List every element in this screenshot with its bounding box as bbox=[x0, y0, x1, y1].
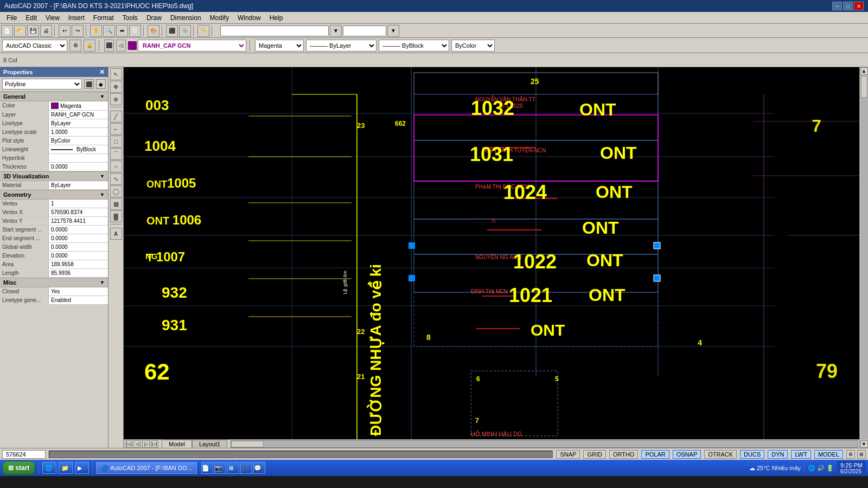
prop-vertex-y-value[interactable]: 1217578.4411 bbox=[49, 217, 108, 225]
scroll-down-btn[interactable]: ▼ bbox=[860, 440, 868, 448]
menu-format[interactable]: Format bbox=[89, 13, 118, 23]
ltb-spline-btn[interactable]: ∿ bbox=[110, 173, 122, 185]
undo-btn[interactable]: ↩ bbox=[59, 25, 71, 37]
vscroll-thumb[interactable] bbox=[861, 76, 867, 98]
h-scrollbar-thumb[interactable] bbox=[231, 441, 264, 447]
section-geometry[interactable]: Geometry ▼ bbox=[0, 190, 108, 200]
layer-select[interactable]: RANH_CAP GCN bbox=[138, 40, 246, 52]
prop-elevation-value[interactable]: 0.0000 bbox=[49, 252, 108, 260]
prop-closed-value[interactable]: Yes bbox=[49, 287, 108, 296]
prop-hyperlink-value[interactable] bbox=[49, 154, 108, 162]
prop-area-value[interactable]: 189.9558 bbox=[49, 260, 108, 268]
lineweight-select[interactable]: ——— ByBlock bbox=[379, 40, 449, 52]
zoom-prev-btn[interactable]: ⬅ bbox=[116, 25, 128, 37]
ltb-ellipse-btn[interactable]: ◯ bbox=[110, 185, 122, 197]
command-input[interactable] bbox=[220, 25, 329, 36]
props-quick-select-btn[interactable]: ⬛ bbox=[84, 79, 94, 89]
h-scrollbar-track[interactable] bbox=[231, 440, 858, 448]
menu-window[interactable]: Window bbox=[233, 13, 265, 23]
ducs-btn[interactable]: DUCS bbox=[740, 450, 764, 459]
workspace-select[interactable]: AutoCAD Classic bbox=[2, 40, 67, 52]
zoom-ext-btn[interactable]: ⬜ bbox=[129, 25, 141, 37]
ltb-hatch-btn[interactable]: ▦ bbox=[110, 198, 122, 210]
prop-vertex-x-value[interactable]: 576590.8374 bbox=[49, 208, 108, 216]
ltb-zoom2-btn[interactable]: ⊕ bbox=[110, 93, 122, 105]
section-3dviz[interactable]: 3D Visualization ▼ bbox=[0, 171, 108, 181]
menu-file[interactable]: File bbox=[2, 13, 21, 23]
cad-canvas[interactable]: 25 23 22 21 662 4 8 6 5 7 7 79 003 bbox=[124, 67, 859, 439]
pan-btn[interactable]: ✋ bbox=[90, 25, 102, 37]
statusbar-icon1[interactable]: ⚙ bbox=[846, 450, 855, 459]
dist-btn[interactable]: 📏 bbox=[197, 25, 209, 37]
props-close-btn[interactable]: ✕ bbox=[99, 68, 105, 76]
layer-manager-btn[interactable]: ⬛ bbox=[104, 40, 114, 52]
redo-btn[interactable]: ↪ bbox=[72, 25, 84, 37]
new-btn[interactable]: 📄 bbox=[1, 25, 13, 37]
prop-color-value[interactable]: Magenta bbox=[49, 101, 108, 110]
prop-end-seg-value[interactable]: 0.0000 bbox=[49, 234, 108, 242]
scroll-up-btn[interactable]: ▲ bbox=[860, 67, 868, 75]
prop-length-value[interactable]: 85.9936 bbox=[49, 269, 108, 277]
prop-global-w-value[interactable]: 0.0000 bbox=[49, 243, 108, 251]
scroll-next-btn[interactable]: ▷ bbox=[142, 440, 150, 448]
taskbar-icon-file[interactable]: 📄 bbox=[201, 462, 213, 474]
tab-layout1[interactable]: Layout1 bbox=[192, 440, 227, 448]
osnap-btn[interactable]: OSNAP bbox=[673, 450, 701, 459]
prop-material-value[interactable]: ByLayer bbox=[49, 181, 108, 189]
prop-plotstyle-value[interactable]: ByColor bbox=[49, 137, 108, 145]
prop-linetype-gen-value[interactable]: Enabled bbox=[49, 296, 108, 304]
xref-btn[interactable]: 📎 bbox=[179, 25, 191, 37]
props-type-select[interactable]: Polyline bbox=[2, 79, 82, 89]
command-btn[interactable]: ▼ bbox=[330, 25, 342, 37]
plot-select[interactable]: ByColor bbox=[451, 40, 495, 52]
model-btn[interactable]: MODEL bbox=[814, 450, 843, 459]
prop-lineweight-value[interactable]: ByBlock bbox=[49, 145, 108, 153]
ltb-arc-btn[interactable]: ⌒ bbox=[110, 148, 122, 160]
props-toggle-btn[interactable]: ◆ bbox=[96, 79, 106, 89]
taskbar-icon-cam[interactable]: 📷 bbox=[214, 462, 226, 474]
layer-prev-btn[interactable]: ◁ bbox=[116, 40, 126, 52]
prop-thickness-value[interactable]: 0.0000 bbox=[49, 163, 108, 171]
menu-insert[interactable]: Insert bbox=[64, 13, 89, 23]
workspace-settings-btn[interactable]: ⚙ bbox=[69, 40, 81, 52]
vscroll-track[interactable] bbox=[860, 75, 868, 440]
ltb-rect-btn[interactable]: □ bbox=[110, 136, 122, 147]
menu-dimension[interactable]: Dimension bbox=[166, 13, 206, 23]
ortho-btn[interactable]: ORTHO bbox=[609, 450, 639, 459]
quick-launch-folder[interactable]: 📁 bbox=[59, 462, 73, 474]
ltb-pan2-btn[interactable]: ✥ bbox=[110, 81, 122, 93]
minimize-button[interactable]: ─ bbox=[832, 2, 842, 10]
ltb-polyline-btn[interactable]: ⌐ bbox=[110, 123, 122, 135]
tab-model[interactable]: Model bbox=[162, 440, 192, 448]
ltb-pick-btn[interactable]: ↖ bbox=[110, 68, 122, 80]
scroll-prev-btn[interactable]: ◁ bbox=[133, 440, 141, 448]
workspace-lock-btn[interactable]: 🔒 bbox=[84, 40, 95, 52]
maximize-button[interactable]: □ bbox=[843, 2, 853, 10]
ltb-text-btn[interactable]: A bbox=[110, 228, 122, 240]
ltb-circle-btn[interactable]: ○ bbox=[110, 160, 122, 172]
snap-btn[interactable]: SNAP bbox=[556, 450, 580, 459]
zoom-btn[interactable]: 🔍 bbox=[103, 25, 115, 37]
lwt-btn[interactable]: LWT bbox=[791, 450, 810, 459]
scroll-last-btn[interactable]: ▷| bbox=[151, 440, 158, 448]
menu-view[interactable]: View bbox=[41, 13, 64, 23]
hscroll-bar[interactable]: |◁ ◁ ▷ ▷| Model Layout1 bbox=[124, 439, 859, 448]
start-button[interactable]: ⊞ start bbox=[2, 461, 35, 475]
linetype-select[interactable]: ——— ByLayer bbox=[306, 40, 376, 52]
prop-linetype-value[interactable]: ByLayer bbox=[49, 119, 108, 127]
prop-layer-value[interactable]: RANH_CAP GCN bbox=[49, 111, 108, 119]
quick-launch-ie[interactable]: 🌐 bbox=[42, 462, 56, 474]
polar-btn[interactable]: POLAR bbox=[641, 450, 669, 459]
scroll-first-btn[interactable]: |◁ bbox=[125, 440, 132, 448]
taskbar-icon-net[interactable]: 🖥 bbox=[227, 462, 239, 474]
secondary-input[interactable] bbox=[343, 25, 386, 36]
section-misc[interactable]: Misc ▼ bbox=[0, 278, 108, 287]
prop-vertex-value[interactable]: 1 bbox=[49, 200, 108, 208]
match-prop-btn[interactable]: 🎨 bbox=[148, 25, 159, 37]
prop-linescale-value[interactable]: 1.0000 bbox=[49, 128, 108, 136]
ltb-gradient-btn[interactable]: ▓ bbox=[110, 210, 122, 222]
taskbar-autocad[interactable]: 🔵 AutoCAD 2007 - [F:\BAN DO... bbox=[96, 462, 196, 474]
grid-btn[interactable]: GRID bbox=[583, 450, 606, 459]
quick-launch-media[interactable]: ▶ bbox=[75, 462, 89, 474]
print-btn[interactable]: 🖨 bbox=[40, 25, 52, 37]
